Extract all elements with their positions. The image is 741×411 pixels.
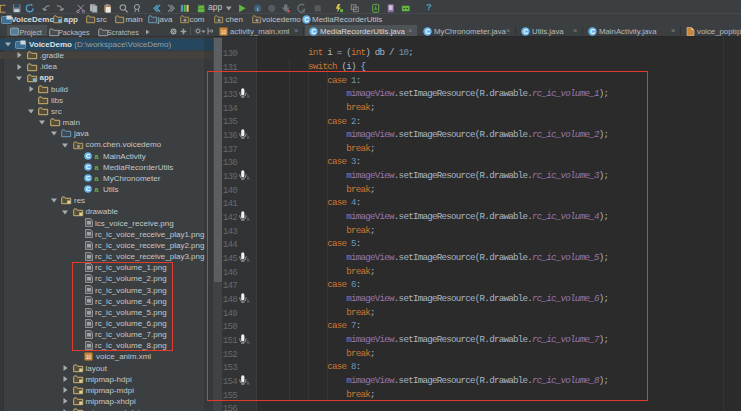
svg-text:C: C (86, 175, 91, 182)
svg-text:a: a (95, 164, 99, 171)
svg-text:a: a (95, 153, 99, 160)
svg-text:C: C (86, 163, 91, 170)
svg-text:a: a (95, 186, 99, 193)
svg-text:10: 10 (86, 355, 92, 360)
svg-text:C: C (590, 28, 595, 35)
svg-text:C: C (86, 152, 91, 159)
svg-text:i: i (257, 4, 259, 11)
svg-text:C: C (425, 28, 430, 35)
svg-text:C: C (311, 28, 316, 35)
svg-text:10: 10 (221, 29, 227, 34)
svg-text:C: C (523, 28, 528, 35)
svg-text:C: C (86, 186, 91, 193)
svg-text:C: C (304, 16, 309, 23)
svg-text:a: a (95, 175, 99, 182)
